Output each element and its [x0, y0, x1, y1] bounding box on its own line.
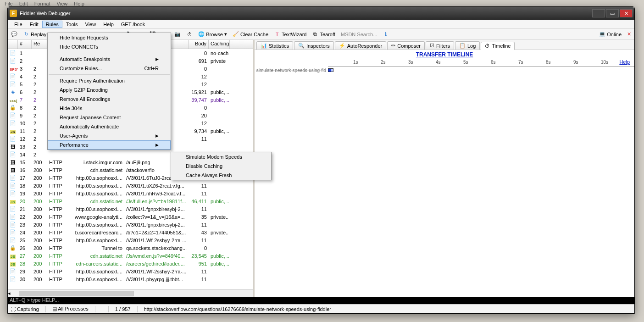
outer-menubar: FileEditFormatViewHelp	[0, 0, 644, 6]
